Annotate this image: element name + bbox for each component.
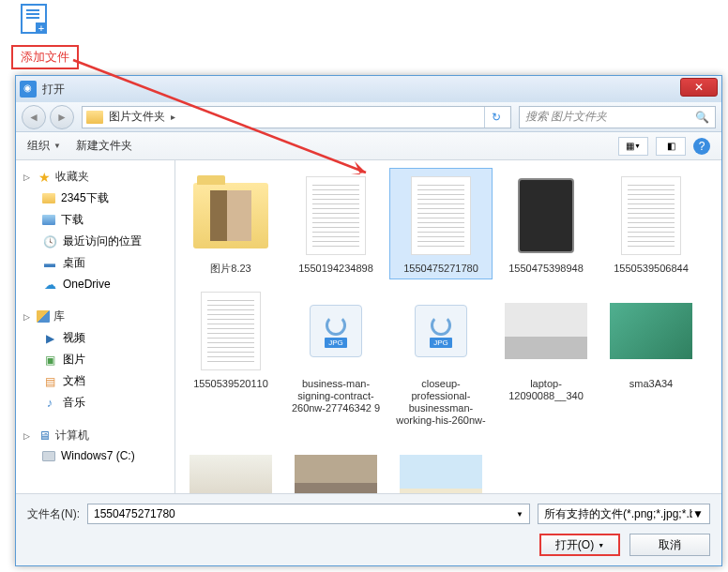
search-icon: 🔍 (695, 111, 709, 124)
file-item[interactable]: JPGcloseup-professional-businessman-work… (389, 283, 493, 431)
cancel-button[interactable]: 取消 (629, 534, 710, 556)
file-label: 图片8.23 (210, 263, 250, 275)
file-thumbnail (503, 173, 589, 259)
add-file-icon[interactable] (21, 4, 47, 34)
file-thumbnail (503, 288, 589, 374)
file-thumbnail (293, 173, 379, 259)
open-dialog: 打开 ✕ ◄ ► 图片文件夹 ▸ ↻ 搜索 图片文件夹 🔍 组织 ▼ 新建文件夹… (15, 75, 722, 566)
navbar: ◄ ► 图片文件夹 ▸ ↻ 搜索 图片文件夹 🔍 (16, 102, 721, 132)
collapse-icon: ▷ (23, 312, 33, 322)
file-label: 1550194234898 (298, 263, 373, 275)
file-item[interactable]: 1550194234898 (284, 168, 387, 279)
sidebar-item-label: OneDrive (63, 278, 111, 291)
sidebar: ▷ ★ 收藏夹 2345下载 下载 🕓最近访问的位置 ▬桌面 ☁OneDrive… (16, 160, 175, 493)
sidebar-item-onedrive[interactable]: ☁OneDrive (16, 274, 174, 294)
chevron-down-icon: ▼ (598, 542, 604, 549)
drive-icon (42, 451, 55, 461)
file-item[interactable] (179, 435, 282, 493)
document-icon: ▤ (42, 374, 57, 389)
libraries-label: 库 (53, 309, 65, 324)
chevron-down-icon: ▼ (692, 507, 704, 520)
file-item[interactable]: 1550539520110 (179, 283, 282, 431)
file-area[interactable]: 图片8.231550194234898155047527178015504753… (175, 160, 721, 493)
file-label: 1550475398948 (508, 263, 584, 275)
sidebar-item-c-drive[interactable]: Windows7 (C:) (16, 446, 174, 465)
sidebar-item-downloads[interactable]: 下载 (16, 209, 174, 231)
file-item[interactable]: laptop-12090088__340 (494, 283, 598, 431)
sidebar-item-pictures[interactable]: ▣图片 (16, 349, 174, 370)
file-item[interactable] (284, 435, 387, 493)
onedrive-icon: ☁ (42, 277, 57, 292)
organize-button[interactable]: 组织 ▼ (27, 138, 61, 154)
bottom-panel: 文件名(N): 1550475271780 ▼ 所有支持的文件(*.png;*.… (16, 493, 721, 565)
preview-pane-button[interactable]: ◧ (656, 137, 686, 156)
file-thumbnail (398, 440, 484, 493)
sidebar-item-label: 桌面 (63, 255, 85, 271)
filename-label: 文件名(N): (27, 506, 80, 522)
sidebar-item-label: 最近访问的位置 (63, 233, 142, 249)
search-placeholder: 搜索 图片文件夹 (525, 109, 695, 125)
sidebar-item-label: 视频 (63, 330, 85, 346)
file-label: business-man-signing-contract-260nw-2774… (289, 378, 383, 414)
sidebar-item-desktop[interactable]: ▬桌面 (16, 252, 174, 274)
path-box[interactable]: 图片文件夹 ▸ ↻ (82, 106, 511, 128)
sidebar-item-music[interactable]: ♪音乐 (16, 392, 174, 414)
chevron-right-icon: ▸ (171, 112, 175, 122)
file-label: 1550539506844 (614, 263, 689, 275)
chevron-down-icon: ▼ (516, 510, 523, 519)
favorites-label: 收藏夹 (55, 169, 89, 185)
new-folder-button[interactable]: 新建文件夹 (76, 138, 132, 154)
sidebar-item-label: 下载 (61, 212, 83, 228)
toolbar: 组织 ▼ 新建文件夹 ▦ ▼ ◧ ? (16, 132, 721, 160)
sidebar-item-documents[interactable]: ▤文档 (16, 370, 174, 392)
sidebar-item-recent[interactable]: 🕓最近访问的位置 (16, 231, 174, 252)
folder-icon (42, 215, 55, 225)
file-item[interactable]: 1550475271780 (389, 168, 493, 279)
computer-label: 计算机 (55, 428, 89, 444)
add-file-label: 添加文件 (11, 45, 79, 69)
filename-input[interactable]: 1550475271780 ▼ (87, 504, 530, 524)
star-icon: ★ (37, 170, 52, 185)
sidebar-favorites[interactable]: ▷ ★ 收藏夹 (16, 166, 174, 188)
computer-icon: 🖥 (37, 429, 52, 444)
music-icon: ♪ (42, 396, 57, 411)
sidebar-item-label: Windows7 (C:) (61, 449, 135, 462)
file-thumbnail: JPG (398, 288, 484, 374)
picture-icon: ▣ (42, 353, 57, 368)
back-button[interactable]: ◄ (22, 105, 46, 129)
sidebar-item-label: 图片 (63, 352, 85, 368)
open-button[interactable]: 打开(O) ▼ (539, 534, 620, 556)
file-label: closeup-professional-businessman-working… (394, 378, 488, 427)
file-item[interactable]: sma3A34 (599, 283, 703, 431)
file-item[interactable]: JPGbusiness-man-signing-contract-260nw-2… (284, 283, 387, 431)
file-thumbnail (293, 440, 379, 493)
file-item[interactable]: 1550539506844 (599, 168, 703, 279)
folder-icon (42, 193, 55, 203)
file-item[interactable]: 图片8.23 (179, 168, 282, 279)
sidebar-item-label: 文档 (63, 373, 85, 389)
file-thumbnail (188, 173, 274, 259)
file-item[interactable] (389, 435, 493, 493)
organize-label: 组织 (27, 138, 50, 154)
file-label: 1550475271780 (403, 263, 478, 275)
file-label: sma3A34 (629, 378, 673, 390)
close-button[interactable]: ✕ (680, 78, 718, 97)
sidebar-computer[interactable]: ▷ 🖥 计算机 (16, 425, 174, 446)
content-area: ▷ ★ 收藏夹 2345下载 下载 🕓最近访问的位置 ▬桌面 ☁OneDrive… (16, 160, 721, 493)
file-thumbnail (398, 173, 484, 259)
view-mode-button[interactable]: ▦ ▼ (618, 137, 648, 156)
help-button[interactable]: ? (693, 138, 710, 155)
file-thumbnail (188, 440, 274, 493)
sidebar-libraries[interactable]: ▷ 库 (16, 306, 174, 327)
file-thumbnail (608, 173, 694, 259)
forward-button[interactable]: ► (50, 105, 74, 129)
sidebar-item-videos[interactable]: ▶视频 (16, 327, 174, 349)
search-input[interactable]: 搜索 图片文件夹 🔍 (519, 106, 716, 128)
refresh-button[interactable]: ↻ (484, 107, 507, 128)
app-icon (20, 81, 37, 98)
collapse-icon: ▷ (23, 431, 33, 441)
folder-icon (86, 111, 103, 124)
sidebar-item-2345[interactable]: 2345下载 (16, 188, 174, 209)
filetype-select[interactable]: 所有支持的文件(*.png;*.jpg;*.b ▼ (538, 504, 710, 524)
file-item[interactable]: 1550475398948 (494, 168, 598, 279)
